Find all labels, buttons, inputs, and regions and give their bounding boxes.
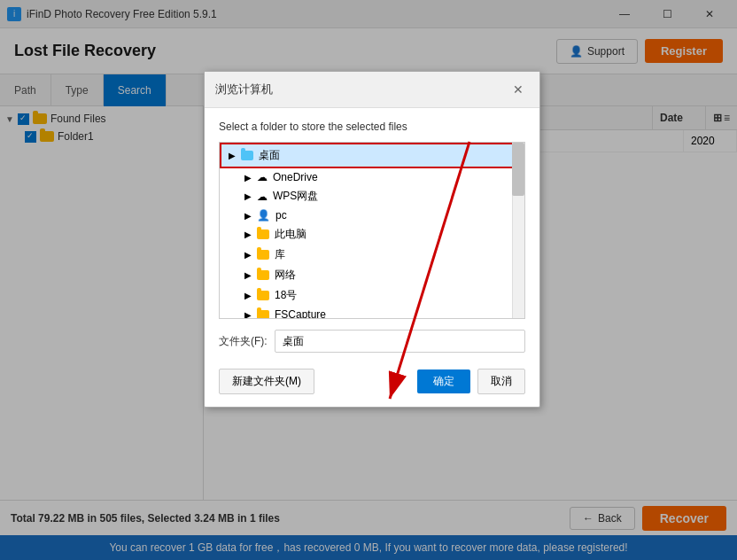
- library-folder-icon: [257, 250, 269, 260]
- network-folder-icon: [257, 270, 269, 280]
- wps-icon: ☁: [257, 191, 268, 203]
- tree-item-18[interactable]: ▶ 18号: [220, 285, 524, 306]
- onedrive-icon: ☁: [257, 171, 268, 183]
- desktop-label: 桌面: [259, 148, 280, 163]
- tree-item-thispc[interactable]: ▶ 此电脑: [220, 224, 524, 245]
- dialog-titlebar: 浏览计算机 ✕: [205, 72, 539, 108]
- scrollbar-thumb[interactable]: [512, 143, 524, 196]
- tree-item-wpsdisk[interactable]: ▶ ☁ WPS网盘: [220, 186, 524, 206]
- fscapture-folder-icon: [257, 310, 269, 320]
- tree-item-network[interactable]: ▶ 网络: [220, 265, 524, 285]
- file-tree-area[interactable]: ▶ 桌面 ▶ ☁ OneDrive ▶ ☁ WPS网盘 ▶ 👤: [219, 142, 525, 319]
- expand-arrow: ▶: [244, 250, 252, 260]
- expand-arrow: ▶: [229, 151, 236, 160]
- onedrive-label: OneDrive: [273, 171, 318, 183]
- fscapture-label: FSCapture: [275, 308, 326, 319]
- folder-label: 文件夹(F):: [219, 334, 268, 349]
- tree-item-pc[interactable]: ▶ 👤 pc: [220, 206, 524, 224]
- dialog-title: 浏览计算机: [215, 82, 273, 97]
- thispc-label: 此电脑: [275, 227, 306, 242]
- new-folder-button[interactable]: 新建文件夹(M): [219, 369, 314, 394]
- expand-arrow: ▶: [244, 191, 252, 201]
- pc-label: pc: [275, 209, 287, 222]
- dialog-overlay: 浏览计算机 ✕ Select a folder to store the sel…: [0, 0, 737, 560]
- selected-folder-desktop[interactable]: ▶ 桌面: [220, 143, 524, 168]
- expand-arrow: ▶: [244, 310, 252, 320]
- thispc-folder-icon: [257, 229, 269, 239]
- tree-item-fscapture[interactable]: ▶ FSCapture: [220, 306, 524, 319]
- expand-arrow: ▶: [244, 270, 252, 280]
- expand-arrow: ▶: [244, 173, 252, 183]
- dialog-footer: 新建文件夹(M) 确定 取消: [205, 360, 539, 407]
- ok-button[interactable]: 确定: [417, 369, 470, 393]
- expand-arrow: ▶: [244, 229, 252, 239]
- tree-item-onedrive[interactable]: ▶ ☁ OneDrive: [220, 168, 524, 186]
- tree-item-library[interactable]: ▶ 库: [220, 245, 524, 265]
- network-label: 网络: [275, 268, 296, 283]
- dialog-close-button[interactable]: ✕: [508, 79, 529, 100]
- expand-arrow: ▶: [244, 291, 252, 300]
- dialog-instruction: Select a folder to store the selected fi…: [219, 121, 525, 133]
- dialog-body: Select a folder to store the selected fi…: [205, 108, 539, 356]
- browse-dialog: 浏览计算机 ✕ Select a folder to store the sel…: [204, 71, 540, 408]
- wps-label: WPS网盘: [273, 189, 318, 204]
- 18-label: 18号: [275, 288, 297, 303]
- folder-name-row: 文件夹(F):: [219, 330, 525, 356]
- 18-folder-icon: [257, 291, 269, 300]
- desktop-folder-icon: [241, 151, 253, 160]
- cancel-button[interactable]: 取消: [477, 369, 525, 394]
- library-label: 库: [275, 247, 285, 262]
- pc-icon: 👤: [257, 209, 270, 222]
- scrollbar-track[interactable]: [512, 143, 524, 318]
- folder-input[interactable]: [275, 330, 525, 353]
- expand-arrow: ▶: [244, 211, 252, 221]
